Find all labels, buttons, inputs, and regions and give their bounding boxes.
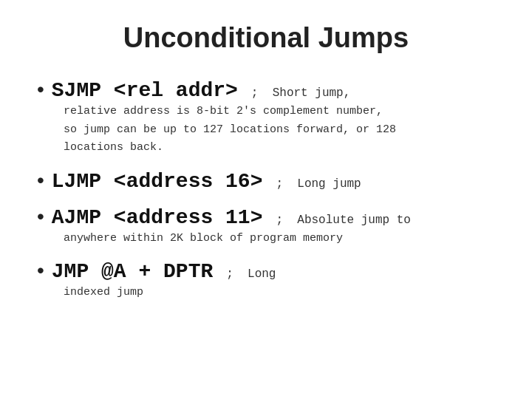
content-area: • SJMP <rel addr> ; Short jump, relative… (37, 76, 495, 377)
bullet-ajmp: • AJMP <address 11> ; Absolute jump to a… (37, 206, 495, 248)
ljmp-code: LJMP <address 16> (52, 170, 263, 193)
slide-title: Unconditional Jumps (37, 22, 495, 54)
sjmp-comment-text: Short jump, (273, 86, 351, 100)
slide: Unconditional Jumps • SJMP <rel addr> ; … (0, 0, 532, 399)
jmp-comment: ; Long (226, 267, 276, 281)
bullet-sjmp-main: • SJMP <rel addr> ; Short jump, (37, 79, 495, 102)
bullet-dot-sjmp: • (37, 79, 44, 100)
ajmp-comment-text: Absolute jump to (297, 214, 411, 227)
jmp-semicolon: ; (226, 267, 233, 281)
bullet-dot-jmp: • (37, 260, 44, 281)
bullet-ajmp-main: • AJMP <address 11> ; Absolute jump to (37, 206, 495, 229)
jmp-comment-text: Long (248, 267, 276, 281)
ljmp-comment-text: Long jump (297, 177, 361, 191)
bullet-ljmp: • LJMP <address 16> ; Long jump (37, 170, 495, 193)
sjmp-code: SJMP <rel addr> (52, 79, 238, 102)
jmp-sub-1: indexed jump (64, 284, 495, 301)
jmp-code: JMP @A + DPTR (52, 260, 213, 283)
sjmp-sub-2: so jump can be up to 127 locations forwa… (64, 122, 495, 139)
sjmp-comment: ; Short jump, (251, 86, 350, 100)
bullet-ljmp-main: • LJMP <address 16> ; Long jump (37, 170, 495, 193)
bullet-jmp-main: • JMP @A + DPTR ; Long (37, 260, 495, 283)
ajmp-sub-1: anywhere within 2K block of program memo… (64, 231, 495, 248)
bullet-dot-ljmp: • (37, 170, 44, 191)
sjmp-sub-3: locations back. (64, 140, 495, 157)
sjmp-sub-1: relative address is 8-bit 2's complement… (64, 103, 495, 120)
ajmp-comment: ; Absolute jump to (276, 214, 410, 227)
ljmp-semicolon: ; (276, 177, 283, 191)
ljmp-comment: ; Long jump (276, 177, 361, 191)
ajmp-code: AJMP <address 11> (52, 206, 263, 229)
sjmp-semicolon: ; (251, 86, 259, 100)
bullet-dot-ajmp: • (37, 206, 44, 227)
bullet-jmp: • JMP @A + DPTR ; Long indexed jump (37, 260, 495, 301)
bullet-sjmp: • SJMP <rel addr> ; Short jump, relative… (37, 79, 495, 157)
ajmp-semicolon: ; (276, 214, 283, 227)
